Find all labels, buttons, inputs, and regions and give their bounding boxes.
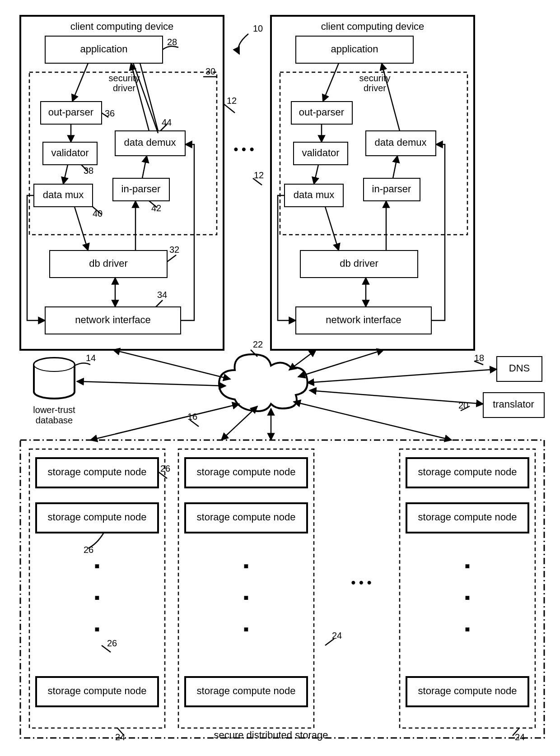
svg-point-45	[34, 358, 75, 371]
svg-text:12: 12	[227, 96, 237, 106]
svg-text:28: 28	[167, 37, 177, 47]
svg-text:26: 26	[107, 638, 117, 648]
client-title: client computing device	[70, 21, 174, 32]
svg-text:DNS: DNS	[509, 362, 530, 374]
svg-text:validator: validator	[302, 147, 339, 158]
svg-text:data mux: data mux	[294, 189, 335, 200]
client-device-left: client computing device application 28 s…	[20, 16, 224, 350]
svg-text:out-parser: out-parser	[299, 107, 344, 118]
svg-text:• • •: • • •	[351, 575, 372, 589]
svg-text:in-parser: in-parser	[121, 183, 161, 195]
svg-text:storage compute node: storage compute node	[48, 511, 147, 523]
svg-text:10: 10	[253, 23, 263, 33]
svg-text:44: 44	[162, 117, 172, 127]
svg-text:client computing device: client computing device	[321, 21, 425, 32]
svg-text:24: 24	[515, 732, 525, 742]
svg-text:translator: translator	[493, 399, 534, 410]
svg-text:12: 12	[254, 170, 264, 180]
svg-text:■: ■	[95, 561, 100, 570]
svg-text:42: 42	[151, 203, 161, 213]
svg-text:data mux: data mux	[43, 189, 84, 200]
svg-text:36: 36	[105, 108, 115, 118]
svg-text:storage compute node: storage compute node	[48, 466, 147, 478]
svg-text:■: ■	[95, 625, 100, 634]
svg-text:32: 32	[169, 245, 179, 255]
svg-text:storage compute node: storage compute node	[418, 466, 517, 478]
svg-text:40: 40	[93, 209, 103, 218]
lower-trust-db-label: lower-trust	[33, 405, 75, 415]
svg-text:validator: validator	[51, 147, 89, 158]
svg-text:driver: driver	[113, 83, 135, 93]
storage-footer-label: secure distributed storage	[214, 729, 328, 741]
svg-text:db driver: db driver	[340, 258, 378, 269]
svg-text:storage compute node: storage compute node	[197, 466, 296, 478]
client-device-right: client computing device application secu…	[271, 16, 474, 350]
svg-text:storage compute node: storage compute node	[418, 685, 517, 696]
svg-text:■: ■	[465, 625, 470, 634]
svg-text:■: ■	[95, 593, 100, 602]
system-diagram: client computing device application 28 s…	[0, 0, 560, 756]
svg-text:■: ■	[244, 593, 249, 602]
svg-text:network interface: network interface	[326, 314, 401, 325]
clients-ellipsis: • • •	[234, 142, 254, 156]
svg-text:26: 26	[84, 545, 93, 555]
svg-text:18: 18	[474, 353, 484, 363]
svg-text:14: 14	[86, 353, 96, 363]
svg-text:storage compute node: storage compute node	[197, 685, 296, 696]
svg-text:data demux: data demux	[124, 137, 176, 148]
svg-text:■: ■	[244, 625, 249, 634]
svg-text:application: application	[331, 43, 378, 55]
svg-text:16: 16	[187, 412, 197, 422]
svg-text:30: 30	[205, 66, 215, 76]
svg-text:22: 22	[253, 339, 263, 349]
svg-text:db driver: db driver	[89, 258, 128, 269]
svg-text:storage compute node: storage compute node	[48, 685, 147, 696]
svg-text:■: ■	[244, 561, 249, 570]
cloud-icon	[219, 354, 308, 411]
svg-text:storage compute node: storage compute node	[418, 511, 517, 523]
svg-text:storage compute node: storage compute node	[197, 511, 296, 523]
svg-text:34: 34	[157, 290, 167, 300]
svg-text:out-parser: out-parser	[48, 107, 93, 118]
svg-text:application: application	[80, 43, 127, 55]
svg-text:26: 26	[160, 464, 170, 473]
svg-text:38: 38	[84, 166, 93, 176]
svg-text:in-parser: in-parser	[372, 183, 411, 195]
svg-text:24: 24	[115, 732, 125, 742]
svg-text:data demux: data demux	[375, 137, 427, 148]
svg-text:■: ■	[465, 593, 470, 602]
svg-text:24: 24	[332, 631, 342, 640]
svg-text:database: database	[36, 415, 73, 425]
database-icon	[34, 358, 75, 399]
svg-text:■: ■	[465, 561, 470, 570]
svg-text:driver: driver	[364, 83, 386, 93]
svg-text:network interface: network interface	[75, 314, 151, 325]
